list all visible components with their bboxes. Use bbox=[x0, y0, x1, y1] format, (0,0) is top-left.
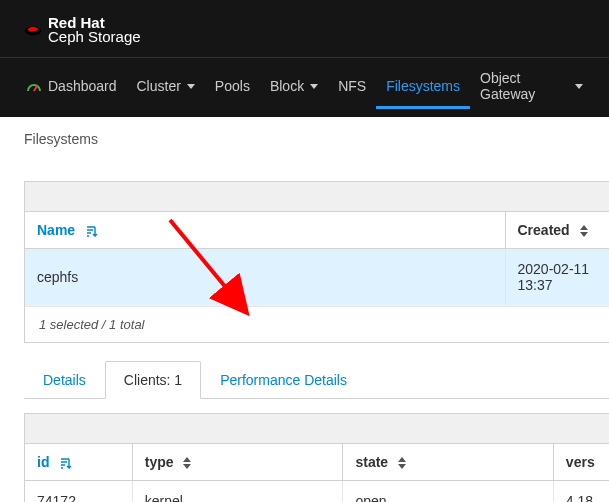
sort-asc-icon bbox=[85, 225, 97, 237]
breadcrumb: Filesystems bbox=[0, 117, 609, 161]
col-created[interactable]: Created bbox=[505, 212, 609, 249]
cell-state: open bbox=[343, 481, 553, 503]
chevron-down-icon bbox=[575, 84, 583, 89]
cell-type: kernel bbox=[132, 481, 343, 503]
col-vers[interactable]: vers bbox=[553, 444, 609, 481]
sort-icon bbox=[183, 457, 191, 469]
redhat-logo-icon bbox=[24, 23, 42, 37]
nav-pools[interactable]: Pools bbox=[205, 66, 260, 109]
tab-details[interactable]: Details bbox=[24, 361, 105, 399]
col-type[interactable]: type bbox=[132, 444, 343, 481]
col-id[interactable]: id bbox=[25, 444, 132, 481]
nav-block-label: Block bbox=[270, 78, 304, 94]
brand[interactable]: Red Hat Ceph Storage bbox=[0, 0, 609, 57]
tab-performance-details[interactable]: Performance Details bbox=[201, 361, 366, 399]
sort-asc-icon bbox=[59, 457, 71, 469]
col-id-label: id bbox=[37, 454, 49, 470]
cell-created: 2020-02-11 13:37 bbox=[505, 249, 609, 306]
col-name-label: Name bbox=[37, 222, 75, 238]
nav-dashboard[interactable]: Dashboard bbox=[16, 66, 127, 109]
app-header: Red Hat Ceph Storage Dashboard Cluster P… bbox=[0, 0, 609, 117]
main-nav: Dashboard Cluster Pools Block NFS Filesy… bbox=[0, 57, 609, 117]
nav-cluster[interactable]: Cluster bbox=[127, 66, 205, 109]
tab-clients[interactable]: Clients: 1 bbox=[105, 361, 201, 399]
col-type-label: type bbox=[145, 454, 174, 470]
sort-icon bbox=[580, 225, 588, 237]
col-vers-label: vers bbox=[566, 454, 595, 470]
dashboard-icon bbox=[26, 79, 44, 93]
nav-pools-label: Pools bbox=[215, 78, 250, 94]
table-toolbar bbox=[25, 182, 609, 212]
breadcrumb-text: Filesystems bbox=[24, 131, 98, 147]
sort-icon bbox=[398, 457, 406, 469]
chevron-down-icon bbox=[187, 84, 195, 89]
chevron-down-icon bbox=[310, 84, 318, 89]
col-name[interactable]: Name bbox=[25, 212, 505, 249]
svg-line-1 bbox=[34, 86, 37, 91]
nav-block[interactable]: Block bbox=[260, 66, 328, 109]
filesystems-table: Name Created cephfs 2020-02-11 13:37 1 s… bbox=[24, 181, 609, 343]
nav-filesystems[interactable]: Filesystems bbox=[376, 66, 470, 109]
table-footer: 1 selected / 1 total bbox=[25, 306, 609, 342]
nav-nfs-label: NFS bbox=[338, 78, 366, 94]
table-toolbar bbox=[25, 414, 609, 444]
nav-cluster-label: Cluster bbox=[137, 78, 181, 94]
nav-filesystems-label: Filesystems bbox=[386, 78, 460, 94]
table-row[interactable]: cephfs 2020-02-11 13:37 bbox=[25, 249, 609, 306]
cell-vers: 4.18. bbox=[553, 481, 609, 503]
nav-dashboard-label: Dashboard bbox=[48, 78, 117, 94]
table-row[interactable]: 74172 kernel open 4.18. bbox=[25, 481, 609, 503]
cell-id: 74172 bbox=[25, 481, 132, 503]
col-state-label: state bbox=[355, 454, 388, 470]
clients-table: id type state vers bbox=[24, 413, 609, 502]
nav-nfs[interactable]: NFS bbox=[328, 66, 376, 109]
col-created-label: Created bbox=[518, 222, 570, 238]
col-state[interactable]: state bbox=[343, 444, 553, 481]
nav-object-gateway[interactable]: Object Gateway bbox=[470, 58, 593, 117]
nav-object-gateway-label: Object Gateway bbox=[480, 70, 569, 102]
cell-name: cephfs bbox=[25, 249, 505, 306]
brand-line2: Ceph Storage bbox=[48, 28, 141, 45]
detail-tabs: Details Clients: 1 Performance Details bbox=[24, 361, 609, 399]
